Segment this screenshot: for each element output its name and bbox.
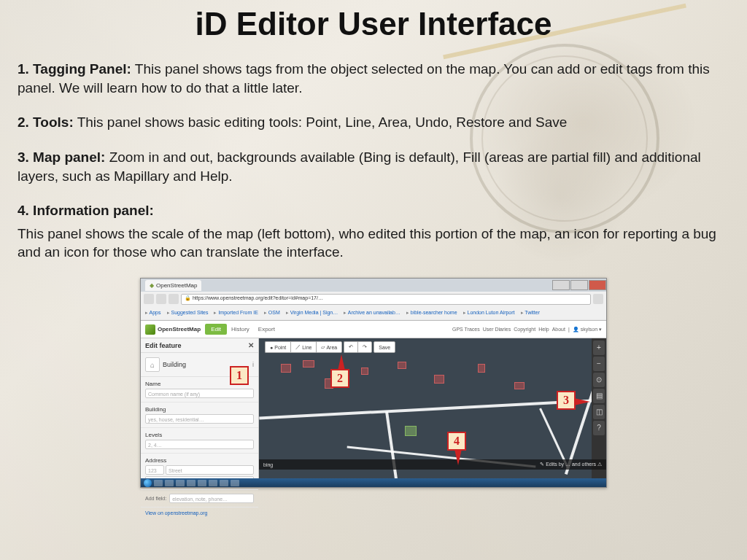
callout-3: 3	[557, 391, 576, 410]
browser-tab[interactable]: ◆OpenStreetMap	[145, 280, 201, 291]
locate-button[interactable]: ⊙	[593, 373, 605, 387]
info-panel-text: This panel shows the scale of the map (l…	[18, 225, 725, 262]
osm-logo[interactable]: OpenStreetMap	[141, 324, 205, 335]
page-title: iD Editor User Interface	[0, 0, 747, 42]
zoom-in-button[interactable]: +	[593, 341, 605, 355]
link-help[interactable]: Help	[538, 327, 549, 332]
link-copyright[interactable]: Copyright	[514, 327, 535, 332]
task-icon[interactable]	[176, 480, 185, 486]
task-icon[interactable]	[209, 480, 217, 486]
para3-lead: 3. Map panel:	[18, 149, 105, 165]
task-icon[interactable]	[198, 480, 206, 486]
back-button[interactable]	[144, 294, 154, 304]
content-body: 1. Tagging Panel: This panel shows tags …	[0, 42, 747, 262]
callout-4: 4	[447, 432, 466, 451]
levels-input[interactable]: 2, 4…	[145, 440, 254, 449]
export-button[interactable]: Export	[254, 324, 279, 335]
addr-num-input[interactable]: 123	[145, 465, 164, 475]
preset-label: Building	[163, 361, 186, 368]
link-gps[interactable]: GPS Traces	[452, 327, 480, 332]
menu-button[interactable]	[593, 294, 603, 304]
link-diaries[interactable]: User Diaries	[483, 327, 511, 332]
point-tool[interactable]: ● Point	[265, 341, 290, 353]
name-input[interactable]: Common name (if any)	[145, 389, 254, 398]
addr-street-input[interactable]: Street	[166, 465, 254, 475]
user-menu[interactable]: 👤 skylson ▾	[573, 327, 602, 332]
window-min-button[interactable]	[552, 280, 570, 290]
redo-button[interactable]: ↷	[357, 341, 372, 353]
tagging-panel: Edit feature ✕ ⌂ Building i Name Common …	[141, 338, 259, 478]
windows-taskbar[interactable]	[141, 478, 606, 487]
tools-panel: ● Point ／ Line ▱ Area ↶ ↷ Save	[265, 341, 395, 353]
information-panel: bing ✎ Edits by … and others ⚠	[259, 459, 606, 470]
forward-button[interactable]	[156, 294, 166, 304]
task-icon[interactable]	[231, 480, 239, 486]
callout-1: 1	[230, 366, 249, 385]
osm-header: OpenStreetMap Edit History Export GPS Tr…	[141, 321, 606, 338]
link-about[interactable]: About	[552, 327, 565, 332]
osm-logo-icon	[145, 324, 155, 335]
building-label: Building	[145, 406, 254, 413]
history-button[interactable]: History	[227, 324, 254, 335]
bookmarks-bar[interactable]: Apps Suggested Sites Imported From IE OS…	[141, 306, 606, 319]
edit-button[interactable]: Edit	[205, 324, 227, 335]
info-icon[interactable]: i	[252, 361, 254, 368]
undo-button[interactable]: ↶	[344, 341, 357, 353]
edits-info[interactable]: ✎ Edits by … and others ⚠	[540, 462, 602, 467]
building-input[interactable]: yes, house, residential…	[145, 414, 254, 424]
para2-body: This panel shows basic editing tools: Po…	[74, 114, 568, 130]
para1-lead: 1. Tagging Panel:	[18, 61, 131, 77]
view-on-osm-link[interactable]: View on openstreetmap.org	[141, 508, 258, 518]
layers-button[interactable]: ▤	[593, 389, 605, 403]
map-side-panel: + − ⊙ ▤ ◫ ?	[592, 338, 606, 478]
para3-body: Zoom in and out, backgrounds available (…	[18, 149, 701, 184]
building-icon[interactable]: ⌂	[145, 357, 160, 372]
levels-label: Levels	[145, 432, 254, 438]
reload-button[interactable]	[169, 294, 179, 304]
window-max-button[interactable]	[570, 280, 588, 290]
editor-screenshot: ◆OpenStreetMap 🔒 https://www.openstreetm…	[140, 278, 607, 488]
callout-2: 2	[330, 369, 349, 388]
zoom-out-button[interactable]: −	[593, 357, 605, 371]
task-icon[interactable]	[187, 480, 196, 486]
help-button[interactable]: ?	[593, 421, 605, 435]
area-tool[interactable]: ▱ Area	[316, 341, 342, 353]
imagery-attr: bing	[263, 462, 273, 467]
add-field-select[interactable]: elevation, note, phone…	[169, 494, 254, 503]
task-icon[interactable]	[154, 480, 163, 486]
start-button[interactable]	[144, 479, 152, 487]
add-field-label: Add field:	[145, 496, 166, 501]
address-bar[interactable]: 🔒 https://www.openstreetmap.org/edit?edi…	[181, 294, 591, 305]
sidebar-title: Edit feature	[145, 342, 182, 349]
para2-lead: 2. Tools:	[18, 114, 74, 130]
map-data-button[interactable]: ◫	[593, 405, 605, 419]
map-canvas[interactable]: ● Point ／ Line ▱ Area ↶ ↷ Save	[259, 338, 606, 478]
task-icon[interactable]	[165, 480, 174, 486]
close-icon[interactable]: ✕	[248, 341, 254, 349]
save-button[interactable]: Save	[374, 341, 395, 353]
window-close-button[interactable]	[589, 280, 606, 290]
address-label: Address	[145, 457, 254, 464]
para4-lead: 4. Information panel:	[18, 203, 154, 218]
line-tool[interactable]: ／ Line	[290, 341, 316, 353]
task-icon[interactable]	[220, 480, 228, 486]
